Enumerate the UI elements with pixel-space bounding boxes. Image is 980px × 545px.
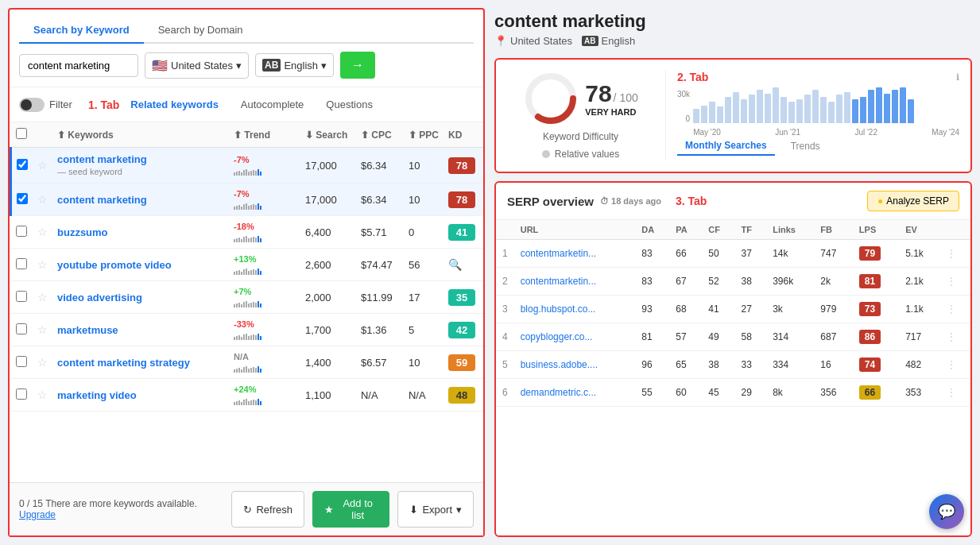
chart-bar (693, 109, 699, 123)
col-kd[interactable]: KD (444, 122, 483, 148)
go-button[interactable]: → (340, 52, 375, 79)
serp-fb: 16 (814, 351, 852, 379)
more-options-icon[interactable]: ⋮ (947, 276, 956, 287)
autocomplete-tab[interactable]: Autocomplete (230, 94, 316, 115)
serp-more[interactable]: ⋮ (940, 240, 970, 268)
serp-rank: 1 (496, 240, 514, 268)
more-options-icon[interactable]: ⋮ (947, 303, 956, 315)
keyword-cell: video advertising (52, 281, 229, 314)
serp-cf: 50 (702, 240, 734, 268)
serp-url-link[interactable]: contentmarketin... (521, 248, 596, 259)
x-label-2: Jun '21 (775, 128, 800, 137)
trends-tab[interactable]: Trends (783, 137, 828, 156)
row-checkbox[interactable] (16, 258, 27, 269)
col-pa: PA (669, 220, 702, 240)
star-button[interactable]: ☆ (37, 159, 48, 172)
col-ppc[interactable]: ⬆ PPC (404, 122, 444, 148)
country-select[interactable]: 🇺🇸 United States ▾ (145, 52, 249, 79)
refresh-button[interactable]: ↻ Refresh (231, 491, 304, 528)
serp-url-link[interactable]: business.adobe.... (521, 359, 598, 370)
star-button[interactable]: ☆ (37, 291, 48, 303)
add-to-list-button[interactable]: ★ Add to list (312, 491, 389, 528)
more-options-icon[interactable]: ⋮ (947, 331, 956, 342)
filter-bar: Filter 1. Tab Related keywords Autocompl… (10, 87, 483, 122)
row-checkbox[interactable] (16, 226, 27, 237)
star-button[interactable]: ☆ (37, 226, 48, 238)
more-options-icon[interactable]: ⋮ (947, 387, 956, 398)
serp-more[interactable]: ⋮ (940, 351, 970, 379)
star-button[interactable]: ☆ (37, 388, 48, 401)
row-checkbox[interactable] (16, 356, 27, 367)
questions-tab[interactable]: Questions (315, 94, 384, 115)
row-checkbox[interactable] (17, 159, 28, 170)
serp-more[interactable]: ⋮ (940, 379, 970, 407)
lps-badge: 86 (859, 330, 881, 344)
serp-header-row: URL DA PA CF TF Links FB LPS EV (496, 220, 970, 240)
more-options-icon[interactable]: ⋮ (947, 359, 956, 370)
serp-url-link[interactable]: blog.hubspot.co... (521, 303, 596, 315)
upgrade-link[interactable]: Upgrade (19, 509, 56, 520)
kd-difficulty: VERY HARD (585, 107, 638, 117)
col-keywords[interactable]: ⬆ Keywords (52, 122, 229, 148)
serp-url-link[interactable]: contentmarketin... (521, 276, 596, 287)
keyword-link[interactable]: marketing video (57, 389, 137, 401)
star-button[interactable]: ☆ (37, 193, 48, 206)
row-checkbox[interactable] (16, 291, 27, 302)
keyword-link[interactable]: marketmuse (57, 324, 118, 336)
table-row: ☆ content marketing -7% 17,000 $6.34 10 … (11, 184, 484, 216)
tab-search-by-domain[interactable]: Search by Domain (144, 17, 258, 44)
serp-fb: 356 (814, 379, 852, 407)
chat-bubble[interactable]: 💬 (929, 494, 964, 529)
serp-ev: 5.1k (899, 240, 940, 268)
keyword-link[interactable]: content marketing (57, 153, 147, 165)
keyword-input[interactable] (19, 54, 138, 77)
related-keywords-tab[interactable]: Related keywords (119, 94, 230, 115)
serp-ev: 482 (899, 351, 940, 379)
serp-more[interactable]: ⋮ (940, 323, 970, 351)
serp-url-link[interactable]: demandmetric.c... (521, 387, 596, 398)
analyze-serp-button[interactable]: ● Analyze SERP (867, 191, 959, 211)
trend-bars (234, 329, 296, 340)
col-search[interactable]: ⬇ Search (300, 122, 356, 148)
toggle-switch[interactable] (19, 98, 45, 112)
star-button[interactable]: ☆ (37, 323, 48, 336)
row-checkbox[interactable] (16, 388, 27, 400)
rel-values-label: Relative values (555, 149, 619, 160)
serp-pa: 67 (669, 268, 702, 296)
serp-fb: 2k (814, 268, 852, 296)
serp-url-cell: business.adobe.... (514, 351, 636, 379)
serp-cf: 45 (702, 379, 734, 407)
tab-search-by-keyword[interactable]: Search by Keyword (19, 17, 144, 44)
serp-tf: 38 (735, 268, 767, 296)
serp-lps: 79 (853, 240, 899, 268)
keyword-link[interactable]: youtube promote video (57, 259, 172, 271)
export-button[interactable]: ⬇ Export ▾ (397, 491, 474, 528)
serp-da: 96 (635, 351, 669, 379)
kd-badge: 41 (448, 224, 475, 241)
trend-bars (234, 199, 296, 210)
keyword-link[interactable]: content marketing (57, 194, 147, 206)
serp-url-link[interactable]: copyblogger.co... (521, 331, 593, 342)
star-button[interactable]: ☆ (37, 356, 48, 369)
cpc-cell: $11.99 (356, 281, 404, 314)
chart-bar (860, 97, 866, 123)
keyword-link[interactable]: content marketing strategy (57, 357, 190, 369)
star-button[interactable]: ☆ (37, 258, 48, 271)
row-star-cell: ☆ (33, 249, 52, 281)
keyword-link[interactable]: buzzsumo (57, 226, 108, 238)
more-options-icon[interactable]: ⋮ (947, 248, 956, 259)
select-all-checkbox[interactable] (16, 128, 27, 139)
row-checkbox[interactable] (17, 193, 28, 204)
serp-more[interactable]: ⋮ (940, 268, 970, 296)
monthly-searches-tab[interactable]: Monthly Searches (677, 137, 775, 156)
trend-pct: -33% (234, 319, 296, 329)
row-checkbox[interactable] (16, 323, 27, 334)
info-icon-kd[interactable]: ℹ (956, 72, 959, 83)
keyword-link[interactable]: video advertising (57, 292, 142, 303)
serp-row: 1 contentmarketin... 83 66 50 37 14k 747… (496, 240, 970, 268)
serp-more[interactable]: ⋮ (940, 296, 970, 323)
language-select[interactable]: AB English ▾ (255, 53, 334, 77)
col-fb: FB (814, 220, 852, 240)
col-cpc[interactable]: ⬆ CPC (356, 122, 404, 148)
col-trend[interactable]: ⬆ Trend (229, 122, 300, 148)
